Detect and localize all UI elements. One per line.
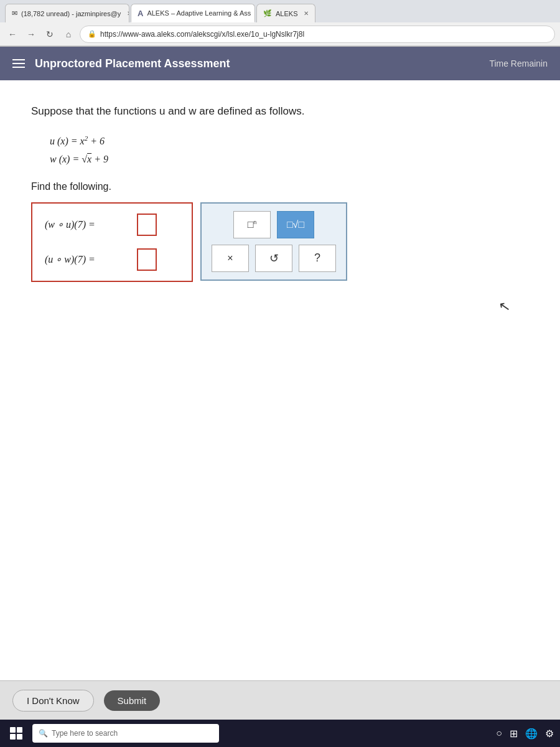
address-text: https://www-awa.aleks.com/alekscgi/x/lsl…: [100, 30, 304, 39]
power-button[interactable]: □n: [233, 211, 271, 238]
power-icon: □n: [248, 219, 257, 230]
taskbar-search[interactable]: 🔍 Type here to search: [32, 724, 219, 743]
home-button[interactable]: ⌂: [61, 27, 76, 42]
hamburger-line2: [12, 63, 25, 64]
eq2-label: (u ∘ w)(7) =: [45, 253, 132, 265]
function2: w (x) = √x + 9: [50, 151, 529, 169]
app-header: Unproctored Placement Assessment Time Re…: [0, 47, 560, 80]
forward-button[interactable]: →: [24, 27, 39, 42]
bottom-bar: I Don't Know Submit: [0, 680, 560, 720]
undo-button[interactable]: ↺: [255, 245, 292, 272]
help-button[interactable]: ?: [299, 245, 336, 272]
aleks-tab-icon: A: [138, 9, 143, 18]
keyboard-row-2: × ↺ ?: [212, 245, 336, 272]
browser-chrome: ✉ (18,782 unread) - jazminpires@y ✕ A AL…: [0, 0, 560, 47]
multiply-button[interactable]: ×: [212, 245, 249, 272]
taskbar-notifications[interactable]: ○: [496, 728, 502, 739]
time-remaining: Time Remainin: [489, 59, 548, 68]
taskbar-right: ○ ⊞ 🌐 ⚙: [496, 728, 554, 740]
taskbar: 🔍 Type here to search ○ ⊞ 🌐 ⚙: [0, 720, 560, 747]
hamburger-menu[interactable]: [12, 59, 25, 68]
taskbar-browser[interactable]: 🌐: [525, 728, 538, 740]
address-bar-row: ← → ↻ ⌂ 🔒 https://www-awa.aleks.com/alek…: [0, 22, 560, 46]
taskbar-view[interactable]: ⊞: [510, 728, 518, 740]
address-box[interactable]: 🔒 https://www-awa.aleks.com/alekscgi/x/l…: [80, 26, 555, 43]
multiply-icon: ×: [227, 253, 233, 264]
eq-row-1: (w ∘ u)(7) =: [45, 214, 179, 236]
undo-icon: ↺: [269, 251, 279, 265]
eq1-input[interactable]: [137, 214, 157, 236]
keyboard-row-1: □n □√□: [212, 211, 336, 238]
email-tab-label: (18,782 unread) - jazminpires@y: [21, 10, 121, 17]
windows-icon: [10, 727, 22, 740]
page-title: Unproctored Placement Assessment: [35, 57, 489, 70]
question-icon: ?: [314, 251, 320, 265]
sqrt-icon: □√□: [287, 219, 304, 230]
sqrt-button[interactable]: □√□: [277, 211, 314, 238]
eq2-input[interactable]: [137, 248, 157, 271]
refresh-button[interactable]: ↻: [42, 27, 57, 42]
math-keyboard: □n □√□ × ↺ ?: [200, 202, 347, 281]
submit-button[interactable]: Submit: [104, 690, 161, 711]
search-placeholder: Type here to search: [52, 729, 118, 738]
taskbar-settings[interactable]: ⚙: [545, 728, 554, 740]
question-intro: Suppose that the functions u and w are d…: [31, 105, 529, 118]
tab-bar: ✉ (18,782 unread) - jazminpires@y ✕ A AL…: [0, 0, 560, 22]
hamburger-line1: [12, 59, 25, 60]
eq1-label: (w ∘ u)(7) =: [45, 218, 132, 230]
search-icon: 🔍: [39, 729, 48, 738]
aleks2-tab-icon: 🌿: [263, 9, 272, 17]
question-area: Suppose that the functions u and w are d…: [0, 80, 560, 680]
email-tab[interactable]: ✉ (18,782 unread) - jazminpires@y ✕: [5, 4, 129, 22]
find-instruction: Find the following.: [31, 181, 529, 192]
dont-know-button[interactable]: I Don't Know: [12, 690, 94, 712]
math-functions: u (x) = x2 + 6 w (x) = √x + 9: [50, 133, 529, 169]
lock-icon: 🔒: [88, 30, 96, 38]
email-tab-icon: ✉: [12, 9, 17, 17]
aleks2-tab-label: ALEKS: [276, 10, 297, 17]
aleks2-tab-close[interactable]: ✕: [304, 10, 309, 17]
back-button[interactable]: ←: [5, 27, 20, 42]
function1: u (x) = x2 + 6: [50, 133, 529, 151]
answer-container: (w ∘ u)(7) = (u ∘ w)(7) = □n: [31, 202, 529, 282]
aleks-tab-label: ALEKS – Adaptive Learning & Ass: [147, 9, 251, 17]
start-button[interactable]: [6, 723, 26, 743]
main-content: Unproctored Placement Assessment Time Re…: [0, 47, 560, 720]
email-tab-close[interactable]: ✕: [127, 10, 129, 17]
aleks-tab[interactable]: A ALEKS – Adaptive Learning & Ass ✕: [131, 4, 255, 22]
eq-row-2: (u ∘ w)(7) =: [45, 248, 179, 271]
hamburger-line3: [12, 67, 25, 68]
equation-box: (w ∘ u)(7) = (u ∘ w)(7) =: [31, 202, 193, 282]
aleks2-tab[interactable]: 🌿 ALEKS ✕: [256, 4, 315, 22]
